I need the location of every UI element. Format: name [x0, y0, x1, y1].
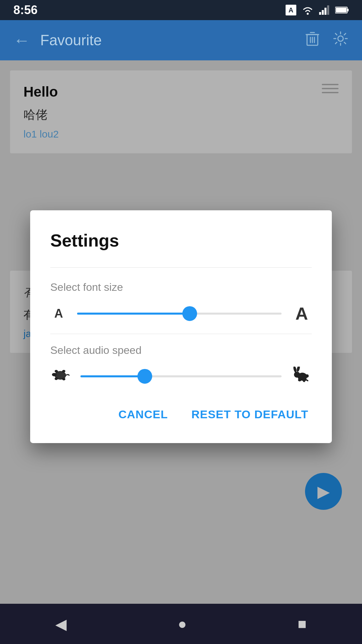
svg-rect-4 [327, 5, 329, 15]
audio-speed-slider-fill [80, 375, 145, 377]
svg-rect-7 [336, 8, 347, 12]
dialog-title: Settings [50, 230, 312, 251]
audio-speed-slider-thumb[interactable] [137, 369, 152, 383]
reset-button[interactable]: RESET TO DEFAULT [188, 402, 312, 426]
signal-icon [319, 5, 330, 15]
nav-recent-button[interactable]: ■ [298, 615, 307, 632]
font-size-slider-thumb[interactable] [182, 306, 197, 321]
battery-icon [335, 6, 349, 14]
svg-point-25 [298, 379, 301, 381]
settings-button[interactable] [333, 31, 349, 50]
svg-point-0 [307, 13, 309, 15]
notification-icon: A [286, 5, 296, 15]
svg-point-23 [296, 367, 301, 372]
status-time: 8:56 [13, 3, 38, 17]
delete-button[interactable] [306, 31, 319, 50]
app-bar: ← Favourite [0, 20, 362, 60]
bottom-nav: ◀ ● ■ [0, 604, 362, 644]
svg-rect-1 [319, 12, 321, 15]
svg-point-12 [338, 36, 343, 41]
nav-home-button[interactable]: ● [178, 615, 187, 632]
font-size-slider-track [77, 313, 282, 315]
font-size-slider-fill [77, 313, 190, 315]
turtle-icon [50, 367, 70, 386]
audio-speed-row [50, 367, 312, 386]
audio-speed-slider-track [80, 375, 282, 377]
audio-speed-label: Select audio speed [50, 344, 312, 357]
app-bar-title: Favourite [40, 32, 306, 49]
rabbit-icon [292, 367, 312, 386]
status-icons: A [286, 5, 349, 15]
font-size-row: A A [50, 304, 312, 324]
settings-dialog: Settings Select font size A A Select aud… [30, 210, 332, 443]
back-button[interactable]: ← [13, 31, 30, 50]
status-bar: 8:56 A [0, 0, 362, 20]
wifi-icon [302, 5, 314, 15]
svg-rect-6 [347, 9, 349, 11]
font-size-min-label: A [50, 307, 67, 321]
nav-back-button[interactable]: ◀ [55, 615, 67, 633]
font-size-slider-container [77, 307, 282, 320]
cancel-button[interactable]: CANCEL [115, 402, 171, 426]
font-size-max-label: A [292, 304, 312, 324]
svg-rect-2 [322, 10, 324, 15]
audio-speed-slider-container [80, 369, 282, 383]
svg-point-21 [294, 372, 300, 378]
font-size-label: Select font size [50, 281, 312, 293]
dialog-divider-top [50, 267, 312, 268]
app-bar-actions [306, 31, 349, 50]
dialog-actions: CANCEL RESET TO DEFAULT [50, 399, 312, 426]
svg-point-24 [305, 374, 309, 378]
svg-point-15 [52, 373, 57, 376]
dialog-divider-mid [50, 334, 312, 334]
svg-rect-3 [324, 8, 326, 15]
